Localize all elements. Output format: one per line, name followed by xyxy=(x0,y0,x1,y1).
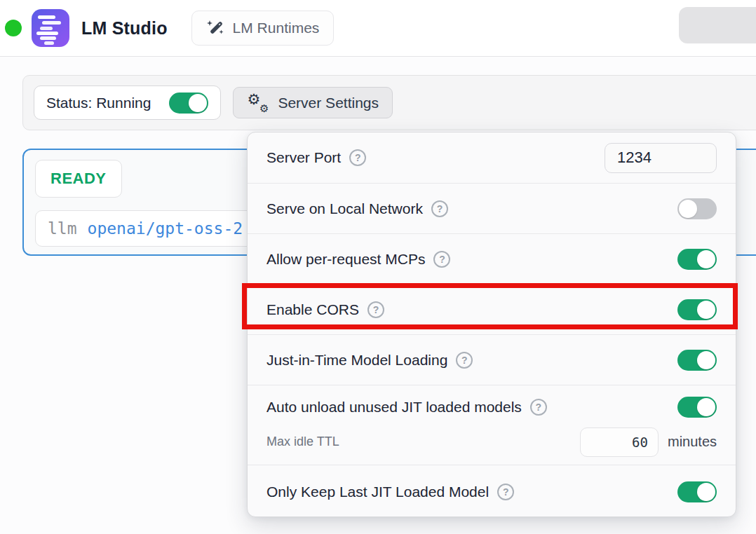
app-title: LM Studio xyxy=(81,18,168,39)
server-status-toggle[interactable] xyxy=(169,93,208,114)
server-toolbar: Status: Running ⚙ ⚙ Server Settings xyxy=(22,75,756,130)
max-idle-ttl-unit: minutes xyxy=(668,434,717,450)
server-settings-button[interactable]: ⚙ ⚙ Server Settings xyxy=(233,87,393,118)
lm-studio-logo-icon xyxy=(32,9,69,47)
help-icon[interactable]: ? xyxy=(456,352,473,369)
keep-last-jit-toggle[interactable] xyxy=(677,481,717,502)
settings-row-auto-unload: Auto unload unused JIT loaded models ? M… xyxy=(248,385,736,465)
help-icon[interactable]: ? xyxy=(433,251,450,268)
server-port-label: Server Port xyxy=(266,149,341,166)
ready-status-badge: READY xyxy=(35,160,122,198)
header-right-button[interactable] xyxy=(679,7,756,43)
help-icon[interactable]: ? xyxy=(367,301,384,318)
help-icon[interactable]: ? xyxy=(431,200,448,217)
jit-loading-label: Just-in-Time Model Loading xyxy=(266,352,447,369)
max-idle-ttl-input[interactable] xyxy=(580,427,659,457)
settings-row-per-request-mcps: Allow per-request MCPs ? xyxy=(248,233,736,284)
local-network-toggle[interactable] xyxy=(677,198,717,219)
auto-unload-toggle[interactable] xyxy=(677,397,717,418)
gears-icon: ⚙ ⚙ xyxy=(247,92,269,114)
per-request-mcps-label: Allow per-request MCPs xyxy=(266,251,425,268)
help-icon[interactable]: ? xyxy=(349,149,366,166)
max-idle-ttl-label: Max idle TTL xyxy=(266,434,339,449)
settings-row-server-port: Server Port ? xyxy=(248,132,736,183)
magic-wand-icon xyxy=(206,19,224,37)
lm-runtimes-label: LM Runtimes xyxy=(233,20,320,36)
settings-row-enable-cors: Enable CORS ? xyxy=(248,284,736,334)
model-type-label: llm xyxy=(48,219,77,238)
max-idle-ttl-row: Max idle TTL minutes xyxy=(266,427,717,457)
local-network-label: Serve on Local Network xyxy=(266,200,423,217)
jit-loading-toggle[interactable] xyxy=(677,350,717,371)
settings-row-keep-last-jit: Only Keep Last JIT Loaded Model ? xyxy=(248,465,736,517)
server-settings-panel: Server Port ? Serve on Local Network ? A… xyxy=(247,132,736,517)
settings-row-local-network: Serve on Local Network ? xyxy=(248,183,736,233)
help-icon[interactable]: ? xyxy=(530,399,547,416)
server-status-pill: Status: Running xyxy=(34,85,221,120)
enable-cors-toggle[interactable] xyxy=(677,299,717,320)
server-port-input[interactable] xyxy=(605,143,717,173)
help-icon[interactable]: ? xyxy=(497,484,514,500)
settings-row-jit-loading: Just-in-Time Model Loading ? xyxy=(248,334,736,385)
enable-cors-label: Enable CORS xyxy=(266,301,359,318)
window-control-green[interactable] xyxy=(5,20,22,36)
server-status-label: Status: Running xyxy=(46,95,151,111)
auto-unload-label: Auto unload unused JIT loaded models xyxy=(266,399,522,416)
keep-last-jit-label: Only Keep Last JIT Loaded Model xyxy=(266,484,489,500)
model-name-label: openai/gpt-oss-2 xyxy=(88,219,243,238)
per-request-mcps-toggle[interactable] xyxy=(677,249,717,270)
server-settings-label: Server Settings xyxy=(278,95,379,111)
lm-runtimes-button[interactable]: LM Runtimes xyxy=(191,11,335,46)
title-bar: LM Studio LM Runtimes xyxy=(0,0,756,57)
